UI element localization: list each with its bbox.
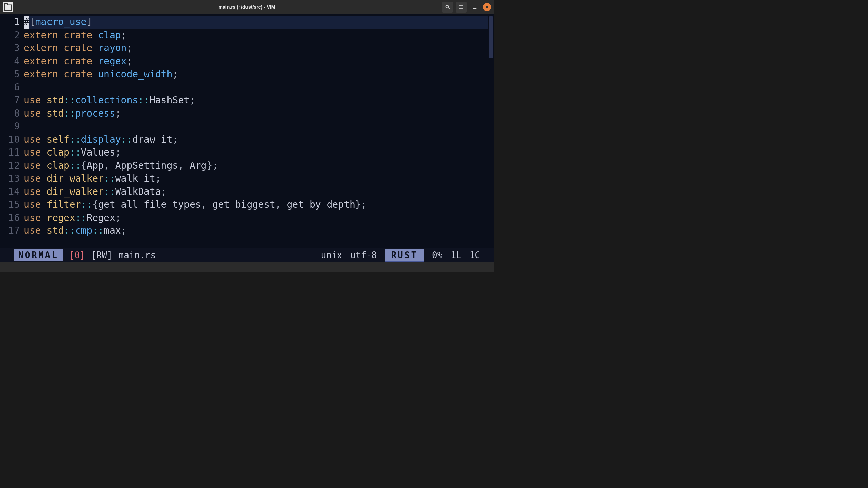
syntax-token: get_biggest xyxy=(212,199,275,210)
status-line: NORMAL [0] [RW] main.rs unix utf-8 RUST … xyxy=(0,248,494,262)
syntax-token: max xyxy=(104,225,121,236)
syntax-token: std xyxy=(46,225,64,236)
syntax-token: crate xyxy=(64,42,92,54)
line-number: 3 xyxy=(0,42,20,55)
syntax-token: Regex xyxy=(86,212,115,223)
code-line[interactable] xyxy=(24,120,494,133)
editor-area[interactable]: 1234567891011121314151617 #[macro_use]ex… xyxy=(0,14,494,248)
syntax-token: ; xyxy=(121,225,127,236)
syntax-token: :: xyxy=(64,108,75,119)
syntax-token: ; xyxy=(361,199,367,210)
code-line[interactable]: use clap::Values; xyxy=(24,146,494,159)
code-line[interactable]: use self::display::draw_it; xyxy=(24,133,494,146)
syntax-token: use xyxy=(24,186,41,197)
syntax-token: ; xyxy=(172,68,178,80)
syntax-token: use xyxy=(24,134,41,145)
code-line[interactable]: use std::cmp::max; xyxy=(24,224,494,238)
syntax-token: use xyxy=(24,147,41,158)
syntax-token: } xyxy=(355,199,361,210)
code-line[interactable]: extern crate unicode_width; xyxy=(24,68,494,81)
syntax-token: App xyxy=(86,160,104,171)
syntax-token: macro_use xyxy=(35,16,87,27)
syntax-token: cmp xyxy=(75,225,93,236)
syntax-token: clap xyxy=(46,147,69,158)
cursor-line: 1L xyxy=(451,250,461,260)
close-button[interactable] xyxy=(483,3,491,11)
code-line[interactable]: extern crate rayon; xyxy=(24,42,494,55)
code-line[interactable] xyxy=(24,81,494,94)
code-line[interactable]: use std::process; xyxy=(24,107,494,120)
window-title: main.rs (~/dust/src) - VIM xyxy=(219,4,275,10)
syntax-token: extern xyxy=(24,29,58,41)
scrollbar-thumb[interactable] xyxy=(489,16,493,58)
search-button[interactable] xyxy=(442,2,453,13)
code-line[interactable]: use filter::{get_all_file_types, get_big… xyxy=(24,198,494,211)
syntax-token: crate xyxy=(64,29,92,41)
syntax-token: rayon xyxy=(98,42,126,54)
syntax-token: std xyxy=(46,95,64,106)
line-number: 16 xyxy=(0,211,20,225)
syntax-token: collections xyxy=(75,95,138,106)
code-line[interactable]: use dir_walker::walk_it; xyxy=(24,172,494,185)
syntax-token: regex xyxy=(46,212,75,223)
vim-mode: NORMAL xyxy=(14,249,63,261)
syntax-token: use xyxy=(24,199,41,210)
syntax-token: ; xyxy=(115,108,121,119)
syntax-token: WalkData xyxy=(115,186,161,197)
syntax-token: dir_walker xyxy=(46,173,104,184)
line-number: 17 xyxy=(0,224,20,238)
syntax-token: use xyxy=(24,108,41,119)
syntax-token: { xyxy=(81,160,87,171)
code-line[interactable]: #[macro_use] xyxy=(24,16,488,29)
syntax-token: ; xyxy=(121,29,127,41)
syntax-token: ; xyxy=(190,95,195,106)
syntax-token: std xyxy=(46,108,64,119)
syntax-token: :: xyxy=(70,160,81,171)
syntax-token: extern xyxy=(24,56,58,67)
line-number: 6 xyxy=(0,81,20,94)
app-icon[interactable] xyxy=(3,2,13,12)
code-line[interactable]: use std::collections::HashSet; xyxy=(24,94,494,107)
line-number: 9 xyxy=(0,120,20,133)
syntax-token: draw_it xyxy=(132,134,172,145)
syntax-token: ; xyxy=(172,134,178,145)
syntax-token: :: xyxy=(138,95,150,106)
syntax-token: , xyxy=(104,160,115,171)
syntax-token: } xyxy=(206,160,212,171)
syntax-token: ; xyxy=(115,212,121,223)
code-line[interactable]: use dir_walker::WalkData; xyxy=(24,185,494,199)
syntax-token: use xyxy=(24,160,41,171)
syntax-token: process xyxy=(75,108,115,119)
syntax-token: ; xyxy=(126,56,132,67)
code-line[interactable]: extern crate clap; xyxy=(24,29,494,42)
file-language: RUST xyxy=(385,249,424,261)
syntax-token: use xyxy=(24,212,41,223)
syntax-token: :: xyxy=(92,225,104,236)
code-line[interactable]: use regex::Regex; xyxy=(24,211,494,225)
syntax-token: dir_walker xyxy=(46,186,104,197)
menu-button[interactable] xyxy=(456,2,467,13)
code-content[interactable]: #[macro_use]extern crate clap;extern cra… xyxy=(24,16,494,248)
vertical-scrollbar[interactable] xyxy=(488,16,494,248)
minimize-button[interactable] xyxy=(469,2,480,13)
syntax-token: ; xyxy=(126,42,132,54)
code-line[interactable]: use clap::{App, AppSettings, Arg}; xyxy=(24,159,494,172)
line-number: 11 xyxy=(0,146,20,159)
syntax-token: :: xyxy=(104,173,115,184)
syntax-token: clap xyxy=(46,160,69,171)
syntax-token: regex xyxy=(98,56,126,67)
syntax-token: Values xyxy=(81,147,115,158)
line-number: 5 xyxy=(0,68,20,81)
syntax-token: ; xyxy=(212,160,218,171)
syntax-token: get_all_file_types xyxy=(98,199,201,210)
code-line[interactable]: extern crate regex; xyxy=(24,55,494,68)
vim-window: main.rs (~/dust/src) - VIM 1234567891011… xyxy=(0,0,494,272)
syntax-token: ; xyxy=(161,186,167,197)
syntax-token: , xyxy=(275,199,287,210)
bottom-bar xyxy=(0,262,494,272)
syntax-token: unicode_width xyxy=(98,68,172,80)
syntax-token: crate xyxy=(64,56,92,67)
svg-point-0 xyxy=(446,5,449,8)
line-number: 1 xyxy=(0,16,20,29)
syntax-token: filter xyxy=(46,199,81,210)
